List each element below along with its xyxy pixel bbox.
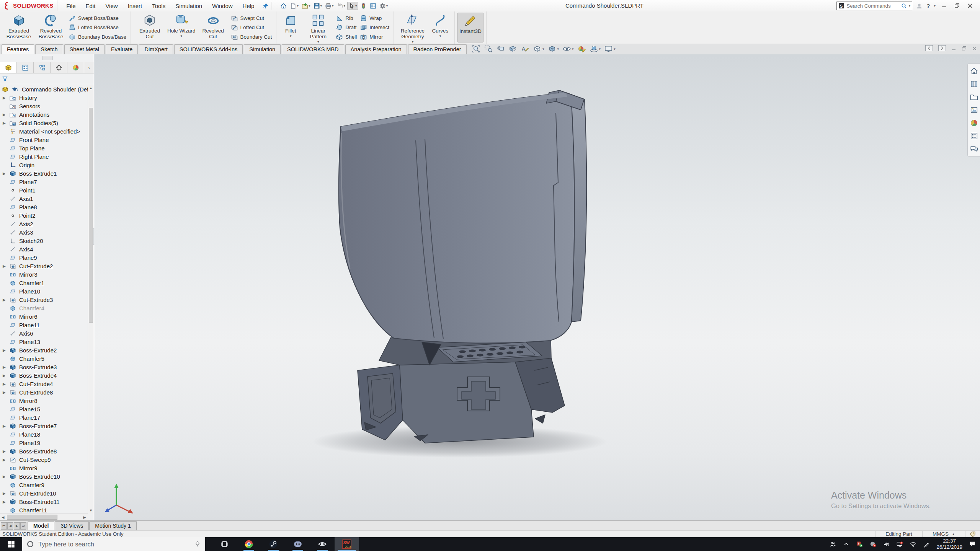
- tree-item-chamfer11[interactable]: Chamfer11: [0, 506, 88, 514]
- taskbar-omen-button[interactable]: [310, 537, 335, 551]
- dropdown-icon[interactable]: ▾: [386, 4, 388, 8]
- expand-arrow-icon[interactable]: ▶: [0, 458, 10, 462]
- menu-insert[interactable]: Insert: [123, 0, 147, 11]
- tree-item-mirror8[interactable]: Mirror8: [0, 396, 88, 405]
- menu-edit[interactable]: Edit: [81, 0, 101, 11]
- ribbon-revolved-boss-base[interactable]: Revolved Boss/Base: [35, 13, 67, 42]
- taskbar-clock[interactable]: 22:37 26/12/2019: [936, 538, 962, 550]
- undo-button[interactable]: ▾: [336, 2, 347, 10]
- zoom-to-fit-button[interactable]: [472, 44, 480, 53]
- tree-item-plane11[interactable]: Plane11: [0, 321, 88, 329]
- expand-arrow-icon[interactable]: ▶: [0, 112, 10, 117]
- menu-simulation[interactable]: Simulation: [170, 0, 207, 11]
- tree-item-axis6[interactable]: Axis6: [0, 329, 88, 337]
- tree-item-boss-extrude1[interactable]: ▶ Boss-Extrude1: [0, 169, 88, 178]
- document-restore-icon[interactable]: [962, 46, 967, 51]
- taskbar-search-box[interactable]: Type here to search: [22, 537, 205, 551]
- scroll-left-icon[interactable]: ◀: [0, 514, 6, 520]
- document-minimize-icon[interactable]: [951, 46, 956, 51]
- hide-show-items-button[interactable]: ▾: [562, 44, 574, 53]
- tree-item-axis2[interactable]: Axis2: [0, 220, 88, 228]
- tab-evaluate[interactable]: Evaluate: [106, 44, 138, 54]
- custom-properties-tag-icon[interactable]: [965, 531, 980, 537]
- ribbon-boundary-boss-base[interactable]: Boundary Boss/Base: [69, 33, 126, 42]
- tree-item-point2[interactable]: Point2: [0, 211, 88, 220]
- tree-item-plane8[interactable]: Plane8: [0, 203, 88, 211]
- tree-item-cut-extrude3[interactable]: ▶ Cut-Extrude3: [0, 295, 88, 304]
- tree-item-right-plane[interactable]: Right Plane: [0, 152, 88, 161]
- taskbar-solidworks-2018-button[interactable]: SW2018: [335, 537, 359, 551]
- new-document-button[interactable]: ▾: [289, 2, 300, 10]
- tree-item-plane18[interactable]: Plane18: [0, 430, 88, 439]
- expand-arrow-icon[interactable]: ▶: [0, 365, 10, 369]
- tree-item-plane19[interactable]: Plane19: [0, 439, 88, 447]
- taskbar-task-view-button[interactable]: [212, 537, 237, 551]
- expand-arrow-icon[interactable]: ▶: [0, 449, 10, 453]
- tab-sheet-metal[interactable]: Sheet Metal: [64, 44, 105, 54]
- tree-item-plane10[interactable]: Plane10: [0, 287, 88, 295]
- taskpane-home-button[interactable]: [970, 67, 978, 75]
- tray-solidworks-resource-monitor-icon[interactable]: S: [856, 541, 863, 548]
- ribbon-reference-geometry[interactable]: Reference Geometry ▾: [397, 13, 429, 42]
- tray-chevron-up-icon[interactable]: [843, 541, 850, 548]
- tree-root-item[interactable]: Commando Shoulder (Default<: [0, 85, 88, 93]
- ribbon-hole-wizard[interactable]: Hole Wizard ▾: [166, 13, 197, 42]
- dropdown-icon[interactable]: ▾: [355, 4, 357, 8]
- tree-item-boss-extrude10[interactable]: ▶ Boss-Extrude10: [0, 472, 88, 481]
- ribbon-extruded-boss-base[interactable]: Extruded Boss/Base: [3, 13, 35, 42]
- scroll-up-icon[interactable]: ▲: [88, 85, 94, 91]
- tray-display-notice-icon[interactable]: [896, 541, 903, 548]
- scrollbar-thumb[interactable]: [89, 108, 93, 323]
- scroll-right-icon[interactable]: ▶: [82, 514, 88, 520]
- tree-item-mirror3[interactable]: Mirror3: [0, 270, 88, 279]
- featuremanager-tab[interactable]: [0, 62, 17, 73]
- tree-filter-row[interactable]: [0, 73, 94, 84]
- scroll-down-icon[interactable]: ▼: [88, 507, 94, 514]
- dropdown-icon[interactable]: ▾: [344, 4, 346, 8]
- search-dropdown-icon[interactable]: ▾: [909, 4, 911, 8]
- menu-tools[interactable]: Tools: [147, 0, 170, 11]
- tab-sketch[interactable]: Sketch: [35, 44, 63, 54]
- dropdown-icon[interactable]: ▾: [542, 47, 544, 51]
- tree-item-axis1[interactable]: Axis1: [0, 194, 88, 203]
- doc-tab-motion-study-1[interactable]: Motion Study 1: [89, 521, 136, 530]
- tab-analysis-preparation[interactable]: Analysis Preparation: [345, 44, 407, 54]
- user-account-icon[interactable]: [916, 3, 923, 9]
- tree-item-origin[interactable]: Origin: [0, 161, 88, 169]
- apply-scene-button[interactable]: ▾: [590, 44, 601, 53]
- zoom-to-area-button[interactable]: [484, 44, 493, 53]
- start-button[interactable]: [0, 537, 22, 551]
- tree-item-cut-extrude10[interactable]: ▶ Cut-Extrude10: [0, 489, 88, 497]
- expand-arrow-icon[interactable]: ▶: [0, 373, 10, 378]
- ribbon-curves[interactable]: Curves ▾: [429, 13, 452, 42]
- tab-features[interactable]: Features: [2, 44, 34, 54]
- dropdown-icon[interactable]: ▾: [599, 47, 601, 51]
- settings-button[interactable]: ▾: [378, 2, 389, 10]
- menu-view[interactable]: View: [100, 0, 122, 11]
- expand-arrow-icon[interactable]: ▶: [0, 298, 10, 302]
- dimxpertmanager-tab[interactable]: [51, 62, 67, 73]
- ribbon-fillet[interactable]: Fillet ▾: [279, 13, 302, 42]
- tree-item-boss-extrude8[interactable]: ▶ Boss-Extrude8: [0, 447, 88, 455]
- ribbon-draft[interactable]: Draft: [336, 23, 357, 32]
- ribbon-instant3d[interactable]: Instant3D: [457, 13, 483, 42]
- expand-arrow-icon[interactable]: ▶: [0, 382, 10, 386]
- ribbon-lofted-cut[interactable]: Lofted Cut: [231, 23, 272, 32]
- tab-solidworks-add-ins[interactable]: SOLIDWORKS Add-Ins: [174, 44, 243, 54]
- pane-next-icon[interactable]: [938, 45, 946, 51]
- tree-item-boss-extrude2[interactable]: ▶ Boss-Extrude2: [0, 346, 88, 354]
- search-icon[interactable]: [901, 3, 907, 9]
- menu-help[interactable]: Help: [238, 0, 260, 11]
- tree-item-front-plane[interactable]: Front Plane: [0, 135, 88, 144]
- open-button[interactable]: ▾: [301, 2, 312, 10]
- ribbon-swept-boss-base[interactable]: Swept Boss/Base: [69, 13, 126, 23]
- tray-pen-icon[interactable]: [923, 541, 930, 548]
- tree-item-cut-extrude8[interactable]: ▶ Cut-Extrude8: [0, 388, 88, 396]
- help-dropdown-icon[interactable]: ▾: [934, 4, 936, 8]
- minimize-button[interactable]: [939, 2, 949, 9]
- view-settings-button[interactable]: ▾: [604, 44, 616, 53]
- document-close-icon[interactable]: [972, 46, 977, 51]
- expand-arrow-icon[interactable]: ▶: [0, 491, 10, 496]
- taskbar-discord-button[interactable]: [286, 537, 310, 551]
- tree-item-mirror9[interactable]: Mirror9: [0, 464, 88, 472]
